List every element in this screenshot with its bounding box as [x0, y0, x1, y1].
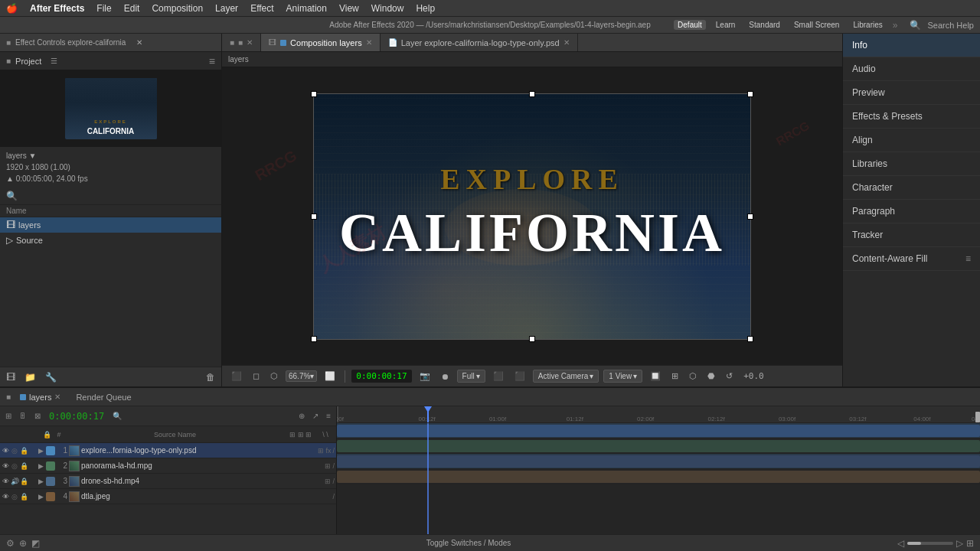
window-menu[interactable]: Window — [371, 3, 404, 14]
workspace-standard[interactable]: Standard — [745, 20, 784, 30]
layer-2-pencil-btn[interactable]: / — [332, 462, 335, 470]
timeline-zoom-slider[interactable] — [907, 542, 953, 545]
layer-1-lock-btn[interactable]: 🔒 — [20, 447, 28, 455]
layer-ctrl-3[interactable]: ⊠ — [32, 410, 43, 422]
layer-2-expand[interactable]: ▶ — [37, 462, 44, 470]
new-comp-btn[interactable]: 🎞 — [3, 370, 18, 384]
layer-row-1[interactable]: 👁 ◎ 🔒 ▶ 1 explore...fornia-logo-type-onl… — [0, 443, 336, 458]
timeline-ruler[interactable]: 0:00f 00:12f 01:00f 01:12f 02:00f 02:12f… — [337, 406, 980, 423]
viewer-grid-btn[interactable]: ⊞ — [668, 370, 681, 383]
right-panel-audio[interactable]: Audio — [843, 57, 980, 81]
layer-menu[interactable]: Layer — [215, 3, 238, 14]
viewer-pixel-btn[interactable]: ⬣ — [704, 370, 718, 383]
timeline-tab-close[interactable]: ✕ — [54, 393, 60, 401]
timeline-timecode[interactable]: 0:00:00:17 — [46, 411, 107, 422]
layer-4-pencil-btn[interactable]: / — [332, 493, 335, 500]
composition-menu[interactable]: Composition — [152, 3, 203, 14]
timeline-fullscreen[interactable]: ⊞ — [966, 538, 974, 549]
timeline-zoom-out[interactable]: ◁ — [897, 538, 904, 549]
project-item-layers[interactable]: 🎞 layers — [0, 217, 221, 233]
handle-bm[interactable] — [529, 336, 535, 342]
right-panel-paragraph[interactable]: Paragraph — [843, 200, 980, 223]
quality-dropdown[interactable]: Full▾ — [457, 370, 485, 383]
workspace-small-screen[interactable]: Small Screen — [790, 20, 843, 30]
track-row-2[interactable] — [337, 439, 980, 454]
project-item-source[interactable]: ▷ Source — [0, 233, 221, 248]
right-panel-align[interactable]: Align — [843, 129, 980, 152]
handle-tm[interactable] — [529, 91, 535, 97]
layer-row-2[interactable]: 👁 ◎ 🔒 ▶ 2 panorama-la-hd.mpg ⊞ / — [0, 458, 336, 474]
timeline-tab[interactable]: layers ✕ — [17, 393, 64, 402]
fit-to-window-btn[interactable]: ⬜ — [322, 370, 338, 383]
track-row-4[interactable] — [337, 469, 980, 484]
search-help-label[interactable]: Search Help — [927, 21, 974, 30]
effect-menu[interactable]: Effect — [250, 3, 273, 14]
file-menu[interactable]: File — [96, 3, 111, 14]
panel-close-icon[interactable]: ✕ — [247, 38, 253, 47]
layer-2-collapse-btn[interactable]: ⊞ — [325, 462, 331, 470]
workspace-libraries[interactable]: Libraries — [849, 20, 886, 30]
layer-1-fx-btn[interactable]: fx — [325, 447, 331, 455]
new-item-btn[interactable]: 🔧 — [42, 370, 60, 384]
layer-search-btn[interactable]: 🔍 — [110, 410, 124, 422]
content-aware-menu-icon[interactable]: ≡ — [965, 253, 971, 264]
right-panel-info[interactable]: Info — [843, 34, 980, 57]
render-queue-label[interactable]: Render Queue — [76, 393, 131, 402]
new-folder-btn[interactable]: 📁 — [21, 370, 39, 384]
right-panel-tracker[interactable]: Tracker — [843, 223, 980, 247]
layer-3-eye-btn[interactable]: 👁 — [2, 478, 9, 485]
layer-row-3[interactable]: 👁 🔊 🔒 ▶ 3 drone-sb-hd.mp4 ⊞ / — [0, 474, 336, 489]
view-menu[interactable]: View — [339, 3, 359, 14]
layer-1-solo-btn[interactable]: ◎ — [11, 447, 18, 455]
viewer-preview-btn[interactable]: ⬛ — [228, 370, 245, 383]
layer-3-collapse-btn[interactable]: ⊞ — [325, 478, 331, 485]
layer-1-eye-btn[interactable]: 👁 — [2, 447, 9, 455]
layer-4-expand[interactable]: ▶ — [37, 493, 44, 500]
playhead[interactable] — [427, 406, 429, 422]
layer-4-eye-btn[interactable]: 👁 — [2, 493, 9, 500]
viewer-3d-btn[interactable]: 🔲 — [647, 370, 664, 383]
layer-3-pencil-btn[interactable]: / — [332, 478, 335, 485]
layer-1-pencil-btn[interactable]: / — [332, 447, 335, 455]
layer-add-marker[interactable]: ⊕ — [296, 410, 307, 422]
layer-graph-btn[interactable]: ↗ — [310, 410, 321, 422]
effect-controls-tab[interactable]: Effect Controls explore-california — [15, 38, 126, 47]
zoom-selector[interactable]: 66.7%▾ — [286, 370, 317, 382]
timeline-zoom-in[interactable]: ▷ — [956, 538, 963, 549]
handle-tr[interactable] — [747, 91, 753, 97]
layer-2-eye-btn[interactable]: 👁 — [2, 462, 9, 470]
panel-tab-more[interactable]: ☰ — [51, 57, 57, 65]
exposure-value[interactable]: +0.0 — [740, 370, 767, 383]
workspace-learn[interactable]: Learn — [712, 20, 740, 30]
viewer-btn2[interactable]: ⬛ — [511, 370, 528, 383]
track-row-1[interactable] — [337, 423, 980, 439]
comp-tab-close[interactable]: ✕ — [366, 38, 372, 47]
handle-bl[interactable] — [311, 336, 317, 342]
layer-more-btn[interactable]: ≡ — [324, 410, 333, 422]
delete-item-btn[interactable]: 🗑 — [203, 370, 218, 384]
timeline-settings-btn[interactable]: ⚙ — [6, 538, 15, 549]
viewer-safe-btn[interactable]: ⬡ — [686, 370, 700, 383]
project-title[interactable]: Project — [15, 57, 41, 66]
layer-tab[interactable]: 📄 Layer explore-california-logo-type-onl… — [381, 34, 578, 51]
layer-1-collapse-btn[interactable]: ⊞ — [318, 447, 324, 455]
right-panel-content-aware[interactable]: Content-Aware Fill ≡ — [843, 247, 980, 271]
timeline-add-btn[interactable]: ⊕ — [19, 538, 27, 549]
track-row-3[interactable] — [337, 454, 980, 469]
layer-3-lock-btn[interactable]: 🔒 — [20, 478, 28, 485]
comp-tab[interactable]: 🎞 Composition layers ✕ — [261, 34, 381, 51]
layer-ctrl-1[interactable]: ⊞ — [3, 410, 14, 422]
right-panel-libraries[interactable]: Libraries — [843, 152, 980, 176]
viewer-region-btn[interactable]: ⬡ — [267, 370, 281, 383]
camera-icon[interactable]: 📷 — [416, 370, 433, 383]
right-panel-character[interactable]: Character — [843, 176, 980, 200]
app-name[interactable]: After Effects — [30, 3, 84, 14]
timeline-collapse-btn[interactable]: ◩ — [31, 538, 40, 549]
handle-br[interactable] — [747, 336, 753, 342]
viewer-btn1[interactable]: ⬛ — [490, 370, 507, 383]
layer-1-expand[interactable]: ▶ — [37, 447, 44, 455]
workspace-more[interactable]: » — [893, 20, 898, 31]
viewer-timecode[interactable]: 0:00:00:17 — [351, 370, 411, 383]
handle-mr[interactable] — [747, 214, 753, 220]
panel-menu-icon[interactable]: ≡ — [209, 55, 215, 67]
